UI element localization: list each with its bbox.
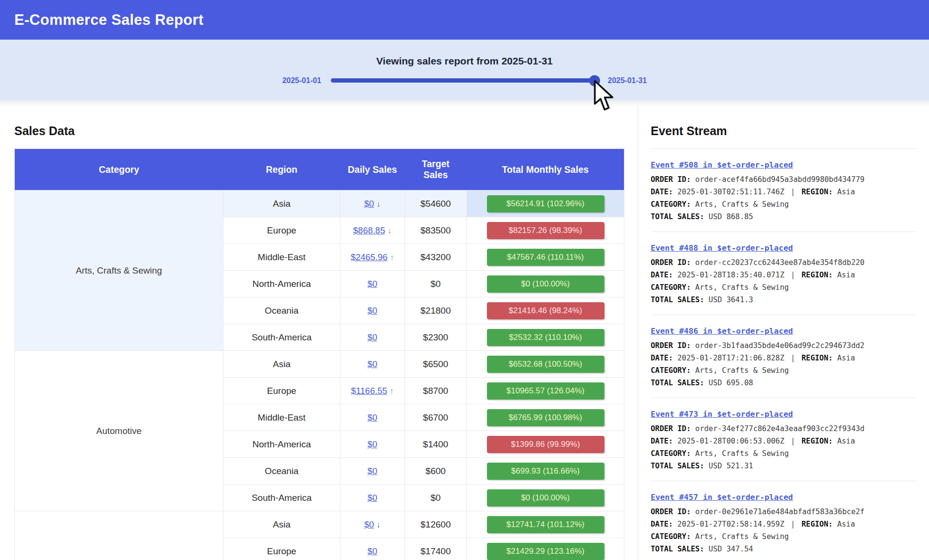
daily-sales-link[interactable]: $868.85: [353, 225, 385, 235]
event-category-line: CATEGORY: Arts, Crafts & Sewing: [651, 198, 917, 211]
daily-sales-link[interactable]: $0: [368, 332, 378, 342]
date-value: 2025-01-28T00:06:53.006Z: [677, 437, 784, 445]
category-label: CATEGORY:: [651, 283, 691, 292]
region-label: REGION:: [802, 354, 833, 362]
event-order-line: ORDER ID: order-cc20237cc62443ee87ab4e35…: [651, 256, 917, 269]
monthly-sales-badge: $56214.91 (102.96%): [487, 195, 604, 212]
monthly-sales-badge: $82157.26 (98.39%): [487, 222, 604, 239]
event-link[interactable]: Event #508 in $et-order-placed: [651, 160, 793, 169]
total-sales-value: USD 695.08: [708, 379, 753, 387]
total-sales-label: TOTAL SALES:: [651, 462, 704, 470]
order-id-value: order-0e2961e71a6e484abfadf583a36bce2f: [695, 507, 865, 516]
total-monthly-sales-cell: $6765.99 (100.98%): [467, 404, 624, 431]
target-sales-cell: $17400: [405, 538, 467, 560]
total-monthly-sales-cell: $1399.86 (99.99%): [467, 431, 624, 458]
event-date-line: DATE: 2025-01-30T02:51:11.746Z | REGION:…: [651, 186, 917, 198]
order-id-value: order-cc20237cc62443ee87ab4e354f8db220: [695, 258, 865, 267]
target-sales-cell: $8700: [405, 378, 467, 404]
total-sales-value: USD 3641.3: [708, 296, 753, 304]
date-label: DATE:: [651, 354, 673, 362]
date-slider-handle[interactable]: [589, 75, 600, 86]
event-link[interactable]: Event #457 in $et-order-placed: [651, 493, 793, 502]
column-header-daily-sales: Daily Sales: [340, 149, 405, 190]
event-date-line: DATE: 2025-01-28T00:06:53.006Z | REGION:…: [651, 435, 917, 447]
total-sales-label: TOTAL SALES:: [651, 296, 704, 304]
daily-sales-cell: $868.85↓: [340, 217, 405, 244]
total-monthly-sales-cell: $699.93 (116.66%): [467, 458, 624, 485]
total-monthly-sales-cell: $47567.46 (110.11%): [467, 244, 624, 271]
target-sales-cell: $600: [405, 458, 467, 485]
monthly-sales-badge: $21416.46 (98.24%): [487, 302, 604, 319]
event-title: Event #508 in $et-order-placed: [651, 160, 917, 169]
event-total-line: TOTAL SALES: USD 521.31: [651, 460, 917, 472]
daily-sales-cell: $0: [340, 458, 405, 485]
event-entry: Event #486 in $et-order-placedORDER ID: …: [651, 315, 917, 398]
category-cell: Arts, Crafts & Sewing: [15, 190, 223, 351]
category-value: Arts, Crafts & Sewing: [695, 366, 789, 375]
daily-sales-link[interactable]: $0: [368, 546, 378, 556]
daily-sales-link[interactable]: $0: [368, 306, 378, 316]
order-id-value: order-34ef277c862e4a3eaaf903cc22f9343d: [695, 424, 865, 433]
sales-data-section: Sales Data Category Region Daily Sales T…: [0, 107, 638, 560]
date-value: 2025-01-30T02:51:11.746Z: [677, 188, 784, 196]
target-sales-cell: $54600: [405, 190, 467, 217]
event-entry: Event #457 in $et-order-placedORDER ID: …: [651, 481, 917, 560]
daily-sales-cell: $1166.55↑: [340, 378, 405, 404]
monthly-sales-badge: $699.93 (116.66%): [487, 463, 604, 480]
column-header-region: Region: [223, 149, 340, 190]
daily-sales-link[interactable]: $0: [368, 359, 378, 369]
daily-sales-cell: $0: [340, 324, 405, 351]
daily-sales-link[interactable]: $0: [368, 466, 378, 476]
order-id-label: ORDER ID:: [651, 507, 691, 516]
target-sales-cell: $21800: [405, 297, 467, 324]
sales-table-header: Category Region Daily Sales Target Sales…: [15, 149, 624, 190]
daily-sales-link[interactable]: $0: [368, 279, 378, 289]
region-cell: Asia: [223, 511, 340, 538]
event-title: Event #457 in $et-order-placed: [651, 493, 917, 502]
daily-sales-link[interactable]: $0: [364, 519, 374, 529]
event-order-line: ORDER ID: order-acef4fa66bd945a3abdd9980…: [651, 173, 917, 186]
slider-max-label: 2025-01-31: [608, 76, 647, 85]
pipe-separator: |: [784, 271, 802, 279]
event-date-line: DATE: 2025-01-28T18:35:40.071Z | REGION:…: [651, 269, 917, 281]
order-id-value: order-acef4fa66bd945a3abdd9980bd434779: [695, 175, 865, 184]
total-monthly-sales-cell: $21429.29 (123.16%): [467, 538, 624, 560]
event-stream-panel: Event Stream Event #508 in $et-order-pla…: [638, 107, 929, 560]
daily-sales-link[interactable]: $0: [368, 439, 378, 449]
event-link[interactable]: Event #488 in $et-order-placed: [651, 243, 793, 253]
daily-sales-cell: $0: [340, 404, 405, 431]
date-label: DATE:: [651, 520, 673, 528]
daily-sales-link[interactable]: $2465.96: [351, 252, 388, 262]
event-link[interactable]: Event #486 in $et-order-placed: [651, 327, 793, 336]
region-value: Asia: [837, 354, 855, 362]
event-title: Event #486 in $et-order-placed: [651, 327, 917, 336]
column-header-target-sales: Target Sales: [405, 149, 467, 190]
event-link[interactable]: Event #473 in $et-order-placed: [651, 410, 793, 419]
monthly-sales-badge: $10965.57 (126.04%): [487, 382, 604, 400]
daily-sales-link[interactable]: $0: [364, 199, 374, 209]
category-label: CATEGORY:: [651, 449, 691, 458]
region-cell: South-America: [223, 485, 340, 511]
trend-up-icon: ↑: [390, 253, 394, 262]
order-id-value: order-3b1faad35bde4e06ad99c2c294673dd2: [695, 341, 865, 350]
monthly-sales-badge: $0 (100.00%): [487, 275, 604, 293]
daily-sales-link[interactable]: $1166.55: [351, 386, 387, 396]
trend-down-icon: ↓: [377, 520, 381, 529]
date-value: 2025-01-27T02:58:14.959Z: [677, 520, 784, 528]
total-monthly-sales-cell: $21416.46 (98.24%): [467, 297, 624, 324]
main-content: Sales Data Category Region Daily Sales T…: [0, 107, 929, 560]
event-order-line: ORDER ID: order-0e2961e71a6e484abfadf583…: [651, 506, 917, 518]
daily-sales-link[interactable]: $0: [368, 493, 378, 503]
table-row: AutomotiveAsia$0$6500$6532.68 (100.50%): [15, 351, 624, 378]
target-sales-cell: $0: [405, 485, 467, 511]
region-value: Asia: [837, 437, 855, 445]
order-id-label: ORDER ID:: [651, 341, 691, 350]
event-category-line: CATEGORY: Arts, Crafts & Sewing: [651, 530, 917, 543]
event-total-line: TOTAL SALES: USD 3641.3: [651, 294, 917, 306]
daily-sales-cell: $0: [340, 351, 405, 378]
date-slider-section: Viewing sales report from 2025-01-31 202…: [0, 40, 929, 100]
event-order-line: ORDER ID: order-3b1faad35bde4e06ad99c2c2…: [651, 339, 917, 352]
daily-sales-link[interactable]: $0: [368, 412, 378, 423]
date-label: DATE:: [651, 437, 673, 445]
date-slider-track[interactable]: [331, 78, 598, 83]
